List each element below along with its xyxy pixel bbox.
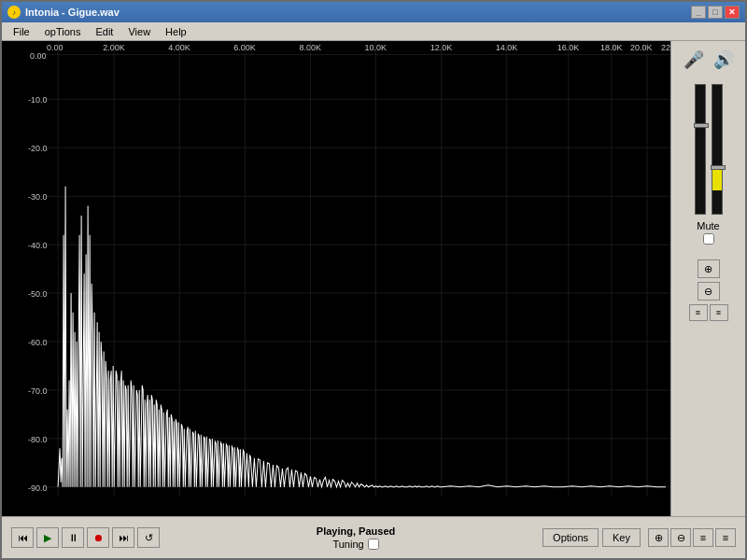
zoom-in-button[interactable]: ⊕	[698, 259, 720, 278]
key-button[interactable]: Key	[602, 528, 641, 547]
minimize-button[interactable]: _	[691, 6, 706, 19]
svg-text:-40.0: -40.0	[28, 241, 48, 250]
slider-group	[695, 84, 723, 215]
volume-slider[interactable]	[712, 84, 723, 215]
view-mode-2-button[interactable]: ≡	[710, 304, 728, 321]
mute-section: Mute	[697, 220, 719, 245]
volume-slider-thumb[interactable]	[711, 165, 726, 170]
svg-text:-90.0: -90.0	[28, 483, 48, 493]
bottom-bar: ⏮ ▶ ⏸ ⏺ ⏭ ↺ Playing, Paused Tuning Optio…	[2, 516, 745, 558]
fast-forward-button[interactable]: ⏭	[112, 527, 134, 548]
loop-button[interactable]: ↺	[137, 527, 160, 548]
view-mode-1-button[interactable]: ≡	[689, 304, 708, 321]
mic-level-slider[interactable]	[695, 84, 706, 215]
pause-button[interactable]: ⏸	[62, 527, 84, 548]
bottom-zoom-out-button[interactable]: ⊖	[670, 528, 691, 547]
play-button[interactable]: ▶	[36, 527, 59, 548]
main-content: 0.00 -10.0 -20.0 -30.0 -40.0 -50.0	[2, 41, 745, 516]
options-button[interactable]: Options	[543, 528, 599, 547]
panel-icons: 🎤 🔊	[683, 49, 735, 71]
status-area: Playing, Paused Tuning	[169, 525, 543, 550]
svg-text:0.00: 0.00	[30, 51, 47, 61]
mute-label: Mute	[697, 220, 719, 231]
action-buttons: Options Key	[543, 528, 641, 547]
microphone-icon[interactable]: 🎤	[683, 49, 705, 71]
title-bar: ♪ Intonia - Gigue.wav _ □ ✕	[2, 2, 745, 22]
zoom-out-button[interactable]: ⊖	[698, 282, 720, 301]
bottom-zoom-controls: ⊕ ⊖ ≡ ≡	[648, 528, 736, 547]
record-button[interactable]: ⏺	[87, 527, 109, 548]
tuning-row: Tuning	[332, 539, 378, 550]
svg-text:-70.0: -70.0	[28, 386, 48, 396]
bottom-view-1-button[interactable]: ≡	[693, 528, 713, 547]
svg-text:-60.0: -60.0	[28, 338, 48, 347]
svg-text:-50.0: -50.0	[28, 289, 48, 299]
maximize-button[interactable]: □	[708, 6, 723, 19]
svg-text:-20.0: -20.0	[28, 144, 48, 153]
spectrum-canvas: 0.00 -10.0 -20.0 -30.0 -40.0 -50.0	[2, 41, 670, 516]
menu-options[interactable]: opTions	[37, 24, 89, 39]
bottom-zoom-in-button[interactable]: ⊕	[648, 528, 669, 547]
mic-slider-thumb[interactable]	[694, 123, 709, 128]
rewind-button[interactable]: ⏮	[11, 527, 34, 548]
menu-bar: File opTions Edit View Help	[2, 22, 745, 41]
title-buttons: _ □ ✕	[691, 6, 740, 19]
speaker-icon[interactable]: 🔊	[712, 49, 735, 71]
menu-file[interactable]: File	[6, 24, 37, 39]
spectrum-svg: 0.00 -10.0 -20.0 -30.0 -40.0 -50.0	[2, 41, 670, 516]
spectrum-area: 0.00 -10.0 -20.0 -30.0 -40.0 -50.0	[2, 41, 670, 516]
app-icon: ♪	[7, 6, 21, 19]
svg-text:-30.0: -30.0	[28, 192, 48, 202]
transport-controls: ⏮ ▶ ⏸ ⏺ ⏭ ↺	[11, 527, 160, 548]
status-text: Playing, Paused	[317, 525, 395, 537]
svg-text:20.0K: 20.0K	[630, 43, 653, 52]
mute-checkbox[interactable]	[703, 233, 714, 245]
menu-help[interactable]: Help	[158, 24, 194, 39]
tuning-checkbox[interactable]	[368, 539, 379, 550]
window-title: Intonia - Gigue.wav	[25, 7, 120, 18]
view-mode-buttons: ≡ ≡	[689, 304, 728, 321]
main-window: ♪ Intonia - Gigue.wav _ □ ✕ File opTions…	[0, 0, 747, 560]
title-bar-left: ♪ Intonia - Gigue.wav	[7, 6, 120, 19]
close-button[interactable]: ✕	[725, 6, 740, 19]
zoom-buttons: ⊕ ⊖ ≡ ≡	[689, 259, 728, 321]
bottom-view-2-button[interactable]: ≡	[715, 528, 736, 547]
menu-view[interactable]: View	[120, 24, 158, 39]
svg-text:22.0: 22.0	[661, 43, 670, 52]
right-panel: 🎤 🔊	[670, 41, 745, 516]
svg-text:-80.0: -80.0	[28, 435, 48, 444]
svg-text:0.00: 0.00	[47, 43, 63, 52]
menu-edit[interactable]: Edit	[88, 24, 120, 39]
tuning-label: Tuning	[332, 539, 363, 550]
svg-text:-10.0: -10.0	[28, 95, 48, 105]
